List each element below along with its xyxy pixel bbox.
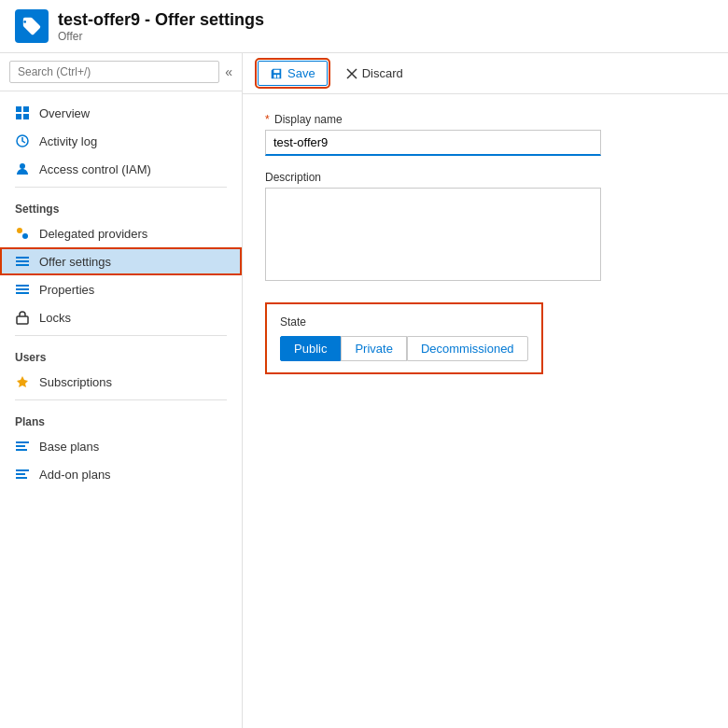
description-field-label: Description [265,171,706,184]
page-header: test-offer9 - Offer settings Offer [0,0,728,53]
collapse-button[interactable]: « [225,64,232,79]
sidebar-item-addon-plans[interactable]: Add-on plans [0,460,242,488]
state-label: State [280,315,528,329]
offer-icon [15,9,49,43]
page-subtitle: Offer [58,30,264,43]
svg-rect-2 [16,114,21,119]
sidebar-divider-1 [15,187,227,188]
svg-rect-20 [16,473,25,475]
sidebar-divider-2 [15,335,227,336]
form-area: * Display name Description State Public … [243,94,728,728]
search-input[interactable] [9,61,219,83]
svg-rect-13 [16,292,29,294]
svg-rect-8 [16,257,29,259]
discard-label: Discard [362,66,403,80]
state-section: State Public Private Decommissioned [265,302,543,374]
state-btn-decommissioned[interactable]: Decommissioned [407,336,528,361]
sidebar-item-offer-settings-label: Offer settings [39,255,111,269]
content-area: Save Discard * Display name Description … [243,53,728,728]
delegated-icon [15,226,30,241]
sidebar-item-delegated-label: Delegated providers [39,227,147,241]
svg-rect-21 [16,477,27,479]
svg-rect-14 [17,316,28,324]
plans-section-label: Plans [0,404,242,432]
svg-rect-12 [16,288,29,290]
required-star: * [265,113,270,126]
sidebar-item-subscriptions[interactable]: Subscriptions [0,368,242,396]
svg-marker-15 [17,376,28,387]
sidebar-item-access-control-label: Access control (IAM) [39,162,151,176]
sidebar-item-base-plans-label: Base plans [39,440,99,454]
svg-rect-18 [16,449,27,451]
svg-rect-0 [16,106,21,112]
sidebar-item-base-plans[interactable]: Base plans [0,432,242,460]
page-title: test-offer9 - Offer settings [58,10,264,30]
sidebar-nav: Overview Activity log Access control (IA… [0,91,242,496]
sidebar-item-properties-label: Properties [39,283,94,297]
save-button[interactable]: Save [258,61,328,86]
display-name-label-text: Display name [274,113,343,126]
discard-icon [346,68,357,79]
sidebar-item-locks-label: Locks [39,311,71,325]
display-name-input[interactable] [265,130,601,156]
svg-rect-3 [23,114,29,119]
addon-plans-icon [15,467,30,482]
sidebar-item-properties[interactable]: Properties [0,275,242,303]
state-btn-public[interactable]: Public [280,336,341,361]
offer-svg-icon [21,16,42,36]
sidebar-divider-3 [15,399,227,400]
svg-point-5 [20,163,25,169]
activity-icon [15,133,30,148]
subscriptions-icon [15,374,30,389]
sidebar-item-activity-log-label: Activity log [39,134,97,148]
svg-rect-11 [16,285,29,287]
sidebar-item-locks[interactable]: Locks [0,303,242,331]
state-btn-private[interactable]: Private [341,336,406,361]
sidebar: « Overview Activity log Access contr [0,53,243,728]
header-text-group: test-offer9 - Offer settings Offer [58,10,264,43]
properties-icon [15,282,30,297]
svg-rect-17 [16,445,25,447]
sidebar-item-delegated-providers[interactable]: Delegated providers [0,219,242,247]
settings-section-label: Settings [0,191,242,219]
overview-icon [15,105,30,120]
sidebar-item-activity-log[interactable]: Activity log [0,127,242,155]
display-name-field-label: * Display name [265,113,706,126]
svg-point-7 [22,233,28,239]
main-layout: « Overview Activity log Access contr [0,53,728,728]
sidebar-item-offer-settings[interactable]: Offer settings [0,247,242,275]
users-section-label: Users [0,340,242,368]
svg-rect-10 [16,264,29,266]
svg-point-6 [17,228,22,233]
discard-button[interactable]: Discard [335,62,414,85]
sidebar-item-addon-plans-label: Add-on plans [39,468,111,482]
toolbar: Save Discard [243,53,728,94]
sidebar-item-overview-label: Overview [39,106,90,120]
svg-rect-9 [16,260,29,262]
svg-rect-1 [23,106,29,112]
sidebar-item-subscriptions-label: Subscriptions [39,375,112,389]
svg-rect-16 [16,441,29,443]
sidebar-item-overview[interactable]: Overview [0,99,242,127]
base-plans-icon [15,439,30,454]
sidebar-item-access-control[interactable]: Access control (IAM) [0,155,242,183]
offer-settings-icon [15,254,30,269]
locks-icon [15,310,30,325]
sidebar-search-area: « [0,53,242,91]
save-label: Save [287,66,315,80]
svg-rect-19 [16,469,29,471]
state-buttons-group: Public Private Decommissioned [280,336,528,361]
description-textarea[interactable] [265,188,601,281]
iam-icon [15,161,30,176]
save-icon [270,67,283,80]
